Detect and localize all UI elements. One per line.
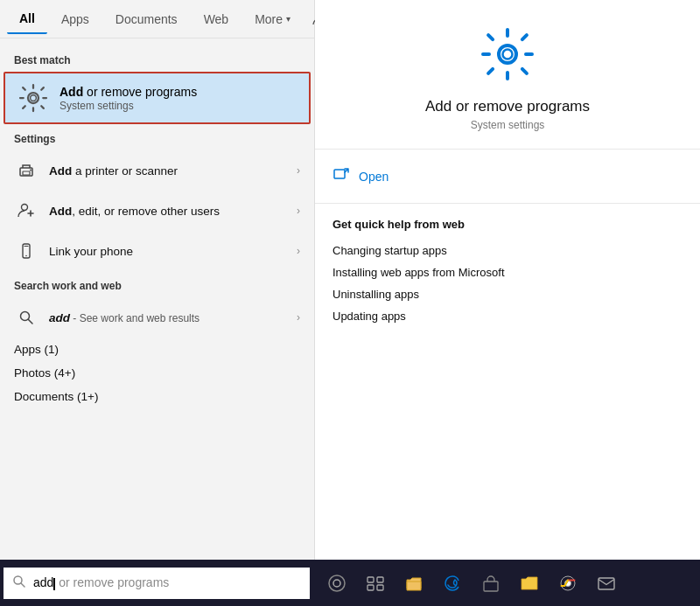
- svg-point-17: [329, 575, 345, 591]
- svg-rect-26: [598, 578, 614, 589]
- quick-help-item-2[interactable]: Uninstalling apps: [332, 283, 682, 305]
- documents-count-item[interactable]: Documents (1+): [0, 385, 314, 408]
- add-users-text: Add, edit, or remove other users: [49, 205, 297, 218]
- best-match-subtitle: System settings: [60, 100, 197, 112]
- svg-point-18: [333, 580, 340, 587]
- best-match-text: Add or remove programs System settings: [60, 84, 197, 112]
- quick-help-item-0[interactable]: Changing startup apps: [332, 240, 682, 261]
- best-match-label: Best match: [0, 45, 314, 72]
- file-explorer-icon[interactable]: [397, 567, 430, 600]
- taskbar: add or remove programs: [0, 560, 700, 606]
- svg-point-13: [503, 50, 513, 59]
- open-action[interactable]: Open: [332, 162, 682, 191]
- gear-icon: [18, 82, 49, 114]
- svg-rect-20: [377, 577, 383, 582]
- search-placeholder-text: or remove programs: [55, 575, 169, 589]
- svg-rect-22: [377, 585, 383, 590]
- phone-icon: [14, 239, 38, 263]
- tab-all[interactable]: All: [7, 4, 47, 34]
- svg-line-16: [21, 583, 24, 587]
- svg-point-8: [25, 255, 27, 257]
- add-printer-text: Add a printer or scanner: [49, 164, 297, 178]
- apps-count-item[interactable]: Apps (1): [0, 338, 314, 361]
- svg-point-2: [31, 95, 37, 101]
- svg-rect-19: [368, 577, 374, 582]
- svg-point-6: [22, 205, 28, 211]
- best-match-title: Add or remove programs: [60, 84, 197, 100]
- quick-help-title: Get quick help from web: [332, 218, 682, 231]
- photos-count-item[interactable]: Photos (4+): [0, 361, 314, 385]
- svg-rect-23: [484, 582, 498, 591]
- chrome-icon[interactable]: [551, 567, 584, 600]
- left-content: Best match Add or remove programs System…: [0, 38, 314, 560]
- tab-documents[interactable]: Documents: [103, 5, 190, 33]
- mail-icon[interactable]: [590, 567, 623, 600]
- open-label: Open: [359, 170, 388, 184]
- tab-web[interactable]: Web: [192, 5, 242, 33]
- add-users-item[interactable]: Add, edit, or remove other users ›: [0, 191, 314, 231]
- left-panel: All Apps Documents Web More ▾ ··· B: [0, 0, 315, 560]
- arrow-right-icon-2: ›: [297, 205, 300, 217]
- arrow-right-icon-3: ›: [297, 245, 300, 257]
- svg-point-5: [30, 170, 32, 171]
- search-typed-text: add: [33, 575, 53, 589]
- quick-help-section: Get quick help from web Changing startup…: [315, 204, 700, 341]
- link-phone-text: Link your phone: [49, 245, 297, 258]
- add-printer-item[interactable]: Add a printer or scanner ›: [0, 150, 314, 191]
- store-icon[interactable]: [474, 567, 508, 600]
- taskbar-search-text: add or remove programs: [33, 575, 169, 589]
- taskbar-icons: [320, 567, 623, 600]
- arrow-right-icon: ›: [297, 164, 300, 177]
- add-person-icon: [14, 199, 38, 223]
- taskbar-search-icon: [12, 575, 26, 592]
- link-phone-item[interactable]: Link your phone ›: [0, 231, 314, 271]
- edge-icon[interactable]: [436, 567, 469, 600]
- search-icon: [14, 305, 38, 330]
- right-top: Add or remove programs System settings: [315, 0, 700, 150]
- svg-rect-14: [334, 170, 345, 178]
- right-subtitle: System settings: [471, 119, 545, 131]
- tab-apps[interactable]: Apps: [49, 5, 102, 33]
- chevron-down-icon: ▾: [286, 14, 290, 24]
- svg-line-11: [29, 320, 33, 324]
- svg-rect-4: [23, 171, 30, 175]
- svg-point-1: [28, 93, 38, 103]
- right-title: Add or remove programs: [425, 98, 590, 115]
- open-icon: [332, 165, 350, 187]
- tab-more[interactable]: More ▾: [242, 5, 303, 33]
- search-web-text: add - See work and web results: [49, 311, 297, 324]
- arrow-right-icon-4: ›: [297, 311, 300, 324]
- quick-help-item-1[interactable]: Installing web apps from Microsoft: [332, 261, 682, 283]
- right-panel: Add or remove programs System settings O…: [315, 0, 700, 560]
- folder-icon[interactable]: [513, 567, 546, 600]
- best-match-item[interactable]: Add or remove programs System settings: [4, 72, 311, 124]
- taskbar-search-box[interactable]: add or remove programs: [4, 568, 310, 599]
- svg-rect-21: [368, 585, 374, 590]
- search-web-item[interactable]: add - See work and web results ›: [0, 297, 314, 338]
- svg-point-12: [499, 45, 516, 63]
- right-actions: Open: [315, 150, 700, 204]
- cortana-icon[interactable]: [320, 567, 354, 600]
- quick-help-item-3[interactable]: Updating apps: [332, 305, 682, 327]
- settings-label: Settings: [0, 124, 314, 150]
- printer-icon: [14, 158, 38, 183]
- right-gear-icon: [480, 26, 536, 98]
- task-view-icon[interactable]: [359, 567, 392, 600]
- search-web-label: Search work and web: [0, 271, 314, 297]
- tabs-bar: All Apps Documents Web More ▾ ···: [0, 0, 314, 38]
